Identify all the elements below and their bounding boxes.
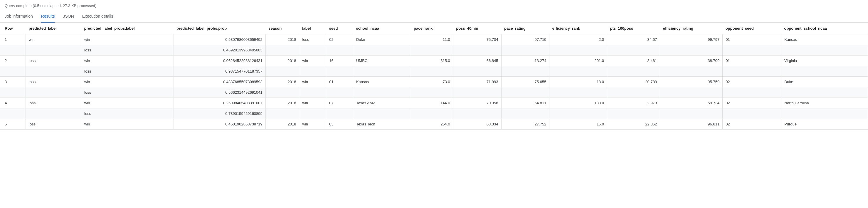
table-row[interactable]: 5losswin0.45019028687387192018win03Texas… — [0, 119, 868, 129]
cell-opponent-school-ncaa — [781, 45, 868, 56]
tab-results[interactable]: Results — [41, 11, 55, 23]
cell-efficiency-rank — [549, 66, 607, 77]
cell-row-index: 4 — [0, 98, 26, 109]
cell-predicted-label: loss — [26, 98, 81, 109]
cell-season: 2018 — [266, 77, 299, 87]
cell-probs-label: loss — [81, 87, 174, 98]
cell-seed: 01 — [326, 77, 353, 87]
cell-poss-40min — [453, 66, 501, 77]
cell-predicted-label: loss — [26, 56, 81, 66]
cell-probs-label: loss — [81, 45, 174, 56]
cell-pace-rank: 11.0 — [411, 34, 453, 45]
cell-probs-label: win — [81, 119, 174, 129]
tab-job-information[interactable]: Job information — [5, 11, 33, 23]
cell-season: 2018 — [266, 56, 299, 66]
cell-probs-label: win — [81, 56, 174, 66]
cell-label — [299, 45, 326, 56]
col-header-opponent-seed[interactable]: opponent_seed — [723, 23, 781, 34]
cell-poss-40min: 70.358 — [453, 98, 501, 109]
cell-opponent-school-ncaa: Kansas — [781, 34, 868, 45]
cell-efficiency-rank — [549, 109, 607, 119]
cell-season — [266, 45, 299, 56]
cell-poss-40min: 68.334 — [453, 119, 501, 129]
cell-poss-40min: 71.993 — [453, 77, 501, 87]
results-table: Row predicted_label predicted_label_prob… — [0, 23, 868, 129]
cell-probs-prob: 0.26098405408391007 — [174, 98, 266, 109]
cell-opponent-seed — [723, 66, 781, 77]
cell-probs-label: win — [81, 98, 174, 109]
cell-pace-rating — [501, 66, 549, 77]
cell-probs-prob: 0.4501902868738719 — [174, 119, 266, 129]
cell-efficiency-rating — [660, 87, 723, 98]
tab-json[interactable]: JSON — [63, 11, 74, 23]
col-header-efficiency-rank[interactable]: efficiency_rank — [549, 23, 607, 34]
cell-pts-100poss — [607, 109, 660, 119]
cell-pace-rating — [501, 45, 549, 56]
cell-opponent-school-ncaa — [781, 87, 868, 98]
col-header-label[interactable]: label — [299, 23, 326, 34]
cell-opponent-seed: 02 — [723, 77, 781, 87]
table-row[interactable]: 1winwin0.53079860036594922018loss02Duke1… — [0, 34, 868, 45]
tab-execution-details[interactable]: Execution details — [82, 11, 113, 23]
col-header-pts-100poss[interactable]: pts_100poss — [607, 23, 660, 34]
cell-pace-rating: 13.274 — [501, 56, 549, 66]
cell-opponent-seed: 02 — [723, 98, 781, 109]
cell-efficiency-rating — [660, 109, 723, 119]
col-header-efficiency-rating[interactable]: efficiency_rating — [660, 23, 723, 34]
cell-seed: 07 — [326, 98, 353, 109]
cell-pace-rank: 254.0 — [411, 119, 453, 129]
table-row[interactable]: loss0.5662314492691041 — [0, 87, 868, 98]
table-row[interactable]: loss0.7390159459160899 — [0, 109, 868, 119]
cell-pts-100poss — [607, 87, 660, 98]
cell-efficiency-rating — [660, 45, 723, 56]
table-row[interactable]: 3losswin0.433768550730895932018win01Kans… — [0, 77, 868, 87]
cell-predicted-label — [26, 45, 81, 56]
cell-efficiency-rank: 201.0 — [549, 56, 607, 66]
col-header-predicted-label[interactable]: predicted_label — [26, 23, 81, 34]
cell-opponent-seed — [723, 45, 781, 56]
cell-opponent-seed — [723, 109, 781, 119]
col-header-season[interactable]: season — [266, 23, 299, 34]
cell-school-ncaa — [353, 66, 411, 77]
cell-opponent-school-ncaa: North Carolina — [781, 98, 868, 109]
table-row[interactable]: 4losswin0.260984054083910072018win07Texa… — [0, 98, 868, 109]
col-header-poss-40min[interactable]: poss_40min — [453, 23, 501, 34]
cell-pace-rank: 73.0 — [411, 77, 453, 87]
cell-probs-prob: 0.43376855073089593 — [174, 77, 266, 87]
cell-pace-rank — [411, 66, 453, 77]
cell-probs-prob: 0.46920139963405083 — [174, 45, 266, 56]
col-header-pace-rank[interactable]: pace_rank — [411, 23, 453, 34]
table-row[interactable]: loss0.9371547701187357 — [0, 66, 868, 77]
cell-pts-100poss: 20.789 — [607, 77, 660, 87]
cell-seed — [326, 87, 353, 98]
col-header-probs-label[interactable]: predicted_label_probs.label — [81, 23, 174, 34]
cell-school-ncaa — [353, 109, 411, 119]
cell-label — [299, 109, 326, 119]
cell-row-index: 1 — [0, 34, 26, 45]
cell-probs-label: win — [81, 34, 174, 45]
cell-label: win — [299, 119, 326, 129]
col-header-opponent-school[interactable]: opponent_school_ncaa — [781, 23, 868, 34]
cell-predicted-label: loss — [26, 119, 81, 129]
cell-efficiency-rating: 96.811 — [660, 119, 723, 129]
results-table-wrap: Row predicted_label predicted_label_prob… — [0, 23, 868, 129]
cell-opponent-school-ncaa: Purdue — [781, 119, 868, 129]
cell-pace-rank: 144.0 — [411, 98, 453, 109]
table-row[interactable]: loss0.46920139963405083 — [0, 45, 868, 56]
cell-season — [266, 66, 299, 77]
col-header-probs-prob[interactable]: predicted_label_probs.prob — [174, 23, 266, 34]
cell-efficiency-rating: 99.797 — [660, 34, 723, 45]
col-header-seed[interactable]: seed — [326, 23, 353, 34]
cell-efficiency-rating: 95.759 — [660, 77, 723, 87]
cell-label — [299, 87, 326, 98]
cell-poss-40min: 75.704 — [453, 34, 501, 45]
col-header-school-ncaa[interactable]: school_ncaa — [353, 23, 411, 34]
cell-row-index — [0, 66, 26, 77]
cell-pts-100poss: -3.461 — [607, 56, 660, 66]
cell-school-ncaa: UMBC — [353, 56, 411, 66]
table-row[interactable]: 2losswin0.062845229881264312018win16UMBC… — [0, 56, 868, 66]
cell-efficiency-rank: 18.0 — [549, 77, 607, 87]
cell-row-index: 2 — [0, 56, 26, 66]
col-header-pace-rating[interactable]: pace_rating — [501, 23, 549, 34]
col-header-row[interactable]: Row — [0, 23, 26, 34]
